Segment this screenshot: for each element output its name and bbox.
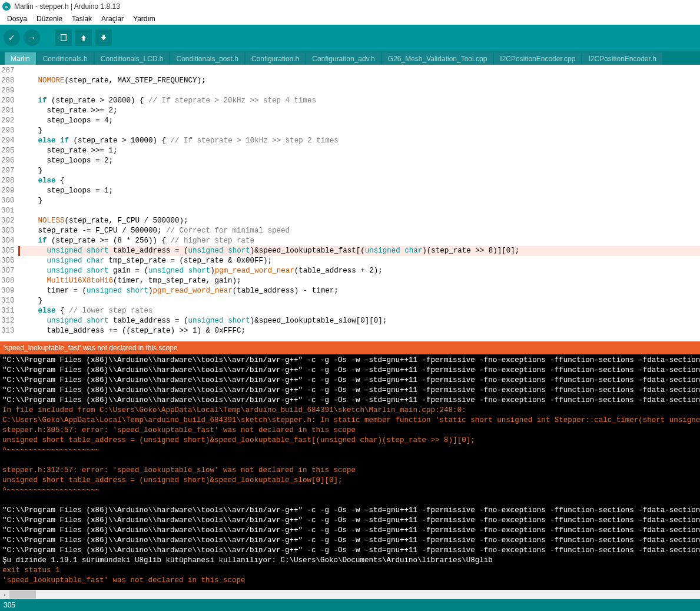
new-file-icon bbox=[59, 34, 68, 42]
status-message: 'speed_lookuptable_fast' was not declare… bbox=[4, 344, 177, 352]
scroll-left-icon[interactable]: ‹ bbox=[0, 590, 9, 599]
arduino-logo-icon: ∞ bbox=[2, 2, 11, 11]
menu-file[interactable]: Dosya bbox=[2, 15, 32, 23]
output-console[interactable]: "C:\\Program Files (x86)\\Arduino\\hardw… bbox=[0, 354, 700, 590]
new-button[interactable] bbox=[55, 29, 72, 46]
svg-rect-0 bbox=[61, 35, 67, 41]
open-button[interactable] bbox=[75, 29, 92, 46]
verify-button[interactable]: ✓ bbox=[4, 29, 20, 46]
arrow-up-icon bbox=[79, 34, 88, 42]
tab-g26[interactable]: G26_Mesh_Validation_Tool.cpp bbox=[382, 52, 493, 65]
menubar: Dosya Düzenle Taslak Araçlar Yardım bbox=[0, 13, 700, 25]
menu-edit[interactable]: Düzenle bbox=[32, 15, 67, 23]
status-bar: 'speed_lookuptable_fast' was not declare… bbox=[0, 341, 700, 354]
tab-conditionals-lcd[interactable]: Conditionals_LCD.h bbox=[95, 52, 170, 65]
tab-bar: Marlin Conditionals.h Conditionals_LCD.h… bbox=[0, 51, 700, 65]
tab-marlin[interactable]: Marlin bbox=[5, 52, 36, 65]
line-gutter: 2872882892902912922932942952962972982993… bbox=[0, 65, 18, 341]
console-hscrollbar[interactable]: ‹ bbox=[0, 590, 700, 599]
tab-i2c-cpp[interactable]: I2CPositionEncoder.cpp bbox=[494, 52, 581, 65]
tab-configuration[interactable]: Configuration.h bbox=[246, 52, 305, 65]
cursor-line-label: 305 bbox=[4, 601, 15, 609]
footer-bar: 305 bbox=[0, 599, 700, 611]
menu-tools[interactable]: Araçlar bbox=[97, 15, 128, 23]
code-editor[interactable]: 2872882892902912922932942952962972982993… bbox=[0, 65, 700, 341]
menu-help[interactable]: Yardım bbox=[128, 15, 160, 23]
arrow-down-icon bbox=[99, 34, 108, 42]
save-button[interactable] bbox=[95, 29, 112, 46]
toolbar: ✓ → bbox=[0, 25, 700, 51]
tab-conditionals-post[interactable]: Conditionals_post.h bbox=[170, 52, 244, 65]
scrollbar-thumb[interactable] bbox=[9, 590, 36, 599]
code-area[interactable]: NOMORE(step_rate, MAX_STEP_FREQUENCY); i… bbox=[18, 65, 700, 341]
window-title: Marlin - stepper.h | Arduino 1.8.13 bbox=[14, 2, 120, 11]
check-icon: ✓ bbox=[8, 33, 15, 42]
tab-i2c-h[interactable]: I2CPositionEncoder.h bbox=[582, 52, 662, 65]
upload-button[interactable]: → bbox=[24, 29, 40, 46]
window-titlebar: ∞ Marlin - stepper.h | Arduino 1.8.13 bbox=[0, 0, 700, 13]
menu-sketch[interactable]: Taslak bbox=[67, 15, 97, 23]
tab-conditionals[interactable]: Conditionals.h bbox=[37, 52, 94, 65]
arrow-right-icon: → bbox=[28, 33, 36, 42]
tab-configuration-adv[interactable]: Configuration_adv.h bbox=[306, 52, 381, 65]
